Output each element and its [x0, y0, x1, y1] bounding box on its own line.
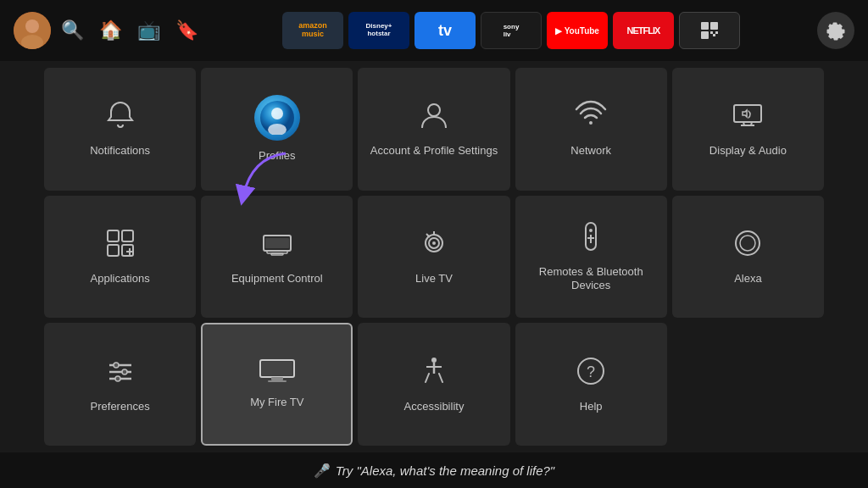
nav-apps: amazonmusic Disney+hotstar tv sonyliv ▶ … — [215, 12, 807, 49]
svg-rect-13 — [734, 105, 761, 122]
live-tv-label: Live TV — [415, 272, 453, 286]
accessibility-label: Accessibility — [404, 400, 465, 414]
display-audio-tile[interactable]: Display & Audio — [672, 68, 824, 191]
svg-line-28 — [426, 234, 430, 237]
alexa-suggestion-text: Try "Alexa, what's the meaning of life?" — [336, 463, 554, 478]
svg-point-45 — [431, 358, 437, 363]
svg-point-30 — [589, 229, 593, 232]
remotes-bluetooth-tile[interactable]: Remotes & Bluetooth Devices — [515, 196, 667, 319]
preferences-tile[interactable]: Preferences — [44, 323, 196, 446]
profiles-tile[interactable]: Profiles — [201, 68, 353, 191]
svg-point-38 — [114, 363, 119, 368]
help-label: Help — [580, 400, 603, 414]
preferences-label: Preferences — [91, 400, 150, 414]
svg-rect-8 — [715, 31, 718, 34]
svg-rect-21 — [265, 238, 289, 248]
svg-point-10 — [271, 108, 283, 119]
help-icon: ? — [575, 355, 607, 391]
svg-rect-3 — [701, 22, 709, 30]
applications-label: Applications — [91, 272, 150, 286]
svg-point-40 — [115, 376, 120, 381]
mic-icon: 🎤 — [314, 463, 331, 479]
my-fire-tv-tile[interactable]: My Fire TV — [201, 323, 353, 446]
svg-point-33 — [736, 231, 760, 255]
search-icon[interactable]: 🔍 — [61, 19, 84, 42]
bottom-bar: 🎤 Try "Alexa, what's the meaning of life… — [0, 452, 868, 488]
svg-rect-42 — [262, 362, 292, 375]
amazon-music-app[interactable]: amazonmusic — [282, 12, 343, 49]
equipment-control-tile[interactable]: Equipment Control — [201, 196, 353, 319]
network-label: Network — [570, 144, 611, 158]
display-audio-label: Display & Audio — [709, 144, 787, 158]
svg-point-26 — [432, 241, 436, 245]
svg-rect-43 — [271, 377, 283, 380]
home-icon[interactable]: 🏠 — [99, 19, 122, 42]
svg-rect-5 — [701, 31, 709, 39]
notification-icon — [104, 99, 136, 136]
preferences-icon — [104, 355, 136, 391]
svg-rect-4 — [710, 22, 718, 30]
disney-hotstar-app[interactable]: Disney+hotstar — [348, 12, 409, 49]
sony-app[interactable]: sonyliv — [481, 12, 542, 49]
avatar[interactable] — [14, 12, 51, 49]
network-icon — [575, 99, 607, 136]
profiles-label: Profiles — [259, 149, 295, 164]
svg-point-1 — [25, 19, 39, 33]
notifications-label: Notifications — [90, 144, 150, 158]
account-tile[interactable]: Account & Profile Settings — [358, 68, 509, 191]
tv-app[interactable]: tv — [415, 12, 476, 49]
accessibility-tile[interactable]: Accessibility — [358, 323, 509, 446]
bookmark-icon[interactable]: 🔖 — [175, 19, 198, 42]
svg-point-39 — [122, 369, 127, 374]
equipment-control-icon — [261, 227, 293, 263]
help-tile[interactable]: ? Help — [515, 323, 667, 446]
svg-rect-14 — [108, 230, 119, 241]
live-tv-tile[interactable]: Live TV — [358, 196, 509, 319]
svg-rect-16 — [108, 245, 119, 256]
all-apps-button[interactable] — [679, 12, 740, 49]
netflix-app[interactable]: NETFLIX — [613, 12, 674, 49]
svg-rect-44 — [268, 380, 287, 382]
applications-icon — [104, 227, 136, 263]
live-tv-icon — [418, 227, 450, 263]
my-fire-tv-label: My Fire TV — [250, 396, 303, 410]
display-audio-icon — [732, 99, 764, 136]
alexa-icon — [732, 227, 764, 263]
svg-point-34 — [740, 236, 755, 251]
alexa-label: Alexa — [734, 272, 762, 286]
profile-avatar-icon — [254, 95, 300, 141]
tv-icon[interactable]: 📺 — [137, 19, 160, 42]
alexa-tile[interactable]: Alexa — [672, 196, 824, 319]
network-tile[interactable]: Network — [515, 68, 667, 191]
navbar: 🔍 🏠 📺 🔖 amazonmusic Disney+hotstar tv so… — [0, 0, 868, 61]
svg-text:?: ? — [587, 363, 595, 380]
applications-tile[interactable]: Applications — [44, 196, 196, 319]
settings-grid: Notifications Profiles — [0, 61, 868, 452]
youtube-app[interactable]: ▶ YouTube — [547, 12, 608, 49]
equipment-control-label: Equipment Control — [231, 272, 323, 286]
notifications-tile[interactable]: Notifications — [44, 68, 196, 191]
nav-icons: 🔍 🏠 📺 🔖 — [61, 19, 198, 42]
svg-point-12 — [428, 104, 440, 116]
remote-icon — [575, 220, 607, 257]
svg-rect-6 — [713, 34, 715, 36]
svg-rect-15 — [122, 230, 133, 241]
settings-nav-button[interactable] — [817, 12, 854, 49]
account-label: Account & Profile Settings — [370, 144, 498, 158]
fire-tv-icon — [259, 359, 295, 387]
svg-rect-17 — [122, 245, 133, 256]
svg-rect-23 — [271, 253, 283, 255]
account-icon — [418, 99, 450, 136]
remotes-bluetooth-label: Remotes & Bluetooth Devices — [522, 265, 660, 294]
empty-cell — [672, 323, 824, 446]
accessibility-icon — [418, 355, 450, 391]
svg-rect-7 — [710, 31, 713, 34]
